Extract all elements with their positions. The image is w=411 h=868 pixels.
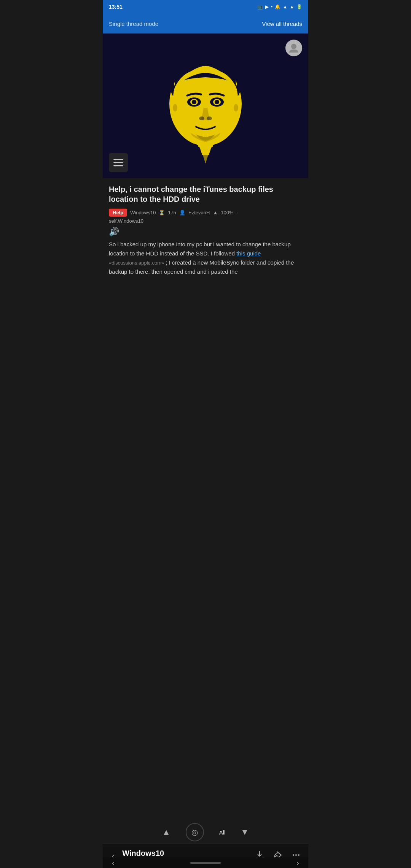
media-icon: 📺 bbox=[257, 4, 263, 10]
svg-point-18 bbox=[298, 854, 299, 856]
scroll-down-button[interactable]: ▼ bbox=[241, 827, 249, 837]
compass-button[interactable]: ◎ bbox=[186, 823, 204, 841]
svg-point-15 bbox=[291, 44, 296, 49]
voice-icon: 🔊 bbox=[109, 227, 302, 237]
svg-point-9 bbox=[207, 116, 212, 120]
status-icons: 📺 ▶ • 🔔 ▲ ▲ 🔋 bbox=[257, 4, 302, 10]
nav-back-button[interactable]: ‹ bbox=[112, 858, 115, 867]
status-bar: 13:51 📺 ▶ • 🔔 ▲ ▲ 🔋 bbox=[103, 0, 308, 14]
menu-bar-1 bbox=[113, 159, 123, 160]
scroll-navigation: ▲ ◎ All ▼ bbox=[162, 823, 249, 841]
svg-point-17 bbox=[295, 854, 297, 856]
play-icon: ▶ bbox=[265, 4, 269, 10]
meta-time: 17h bbox=[168, 210, 176, 215]
tag-help[interactable]: Help bbox=[109, 209, 127, 217]
meta-dot: · bbox=[237, 210, 238, 215]
meta-upvote-icon: ▲ bbox=[213, 210, 218, 215]
svg-point-7 bbox=[215, 100, 219, 104]
signal-icon: ▲ bbox=[290, 4, 294, 10]
post-meta: Help Windows10 ⏳ 17h 👤 EztevanH ▲ 100% · bbox=[109, 209, 302, 217]
nav-forward-button[interactable]: › bbox=[296, 858, 299, 867]
meta-upvote: 100% bbox=[221, 210, 233, 215]
scroll-up-button[interactable]: ▲ bbox=[162, 827, 170, 837]
subreddit-link[interactable]: self.Windows10 bbox=[109, 218, 302, 224]
alarm-icon: 🔔 bbox=[275, 4, 280, 10]
svg-point-8 bbox=[199, 116, 204, 120]
post-content: Help, i cannot change the iTunes backup … bbox=[103, 178, 308, 279]
post-title: Help, i cannot change the iTunes backup … bbox=[109, 184, 302, 204]
svg-point-4 bbox=[192, 100, 196, 104]
body-text-1: So i backed up my iphone into my pc but … bbox=[109, 241, 291, 257]
home-indicator-bar: ‹ › bbox=[103, 857, 308, 868]
view-all-threads-button[interactable]: View all threads bbox=[262, 21, 302, 27]
meta-author[interactable]: EztevanH bbox=[188, 210, 210, 215]
dot-icon: • bbox=[271, 4, 272, 10]
all-label: All bbox=[219, 829, 226, 836]
wifi-icon: ▲ bbox=[283, 4, 287, 10]
header: Single thread mode View all threads bbox=[103, 14, 308, 34]
hero-image bbox=[103, 34, 308, 178]
guide-link[interactable]: this guide bbox=[236, 250, 261, 257]
post-body: So i backed up my iphone into my pc but … bbox=[109, 240, 302, 279]
meta-author-icon: 👤 bbox=[179, 210, 185, 215]
svg-point-14 bbox=[234, 104, 238, 112]
battery-icon: 🔋 bbox=[296, 4, 302, 10]
menu-icon-button[interactable] bbox=[109, 153, 128, 172]
meta-time-icon: ⏳ bbox=[159, 210, 165, 215]
portrait-circle bbox=[145, 45, 266, 167]
home-pill bbox=[190, 862, 221, 864]
menu-bar-2 bbox=[113, 162, 123, 163]
menu-bar-3 bbox=[113, 165, 123, 166]
single-thread-mode-label[interactable]: Single thread mode bbox=[109, 21, 158, 27]
avatar-button[interactable] bbox=[285, 40, 302, 56]
svg-point-12 bbox=[173, 104, 177, 112]
meta-windows[interactable]: Windows10 bbox=[130, 210, 156, 215]
link-source: «discussions.apple.com» bbox=[109, 260, 164, 266]
subreddit-name[interactable]: Windows10 bbox=[122, 849, 249, 858]
svg-point-16 bbox=[293, 854, 294, 856]
status-time: 13:51 bbox=[109, 4, 123, 10]
